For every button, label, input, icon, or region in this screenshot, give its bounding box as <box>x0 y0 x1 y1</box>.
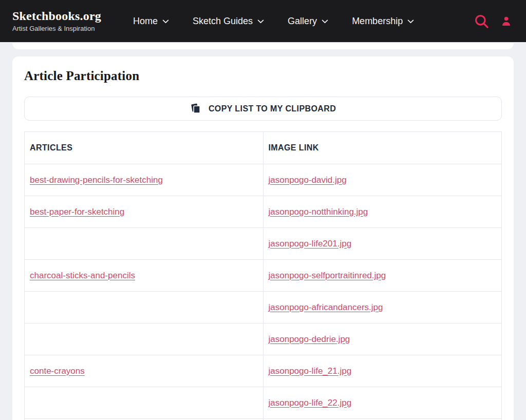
table-cell-article <box>25 228 264 260</box>
nav-item-gallery[interactable]: Gallery <box>288 16 328 27</box>
copy-list-button-label: COPY LIST TO MY CLIPBOARD <box>209 104 336 113</box>
table-header-row: ARTICLES IMAGE LINK <box>25 132 502 164</box>
article-participation-card: Article Participation COPY LIST TO MY CL… <box>12 56 514 420</box>
article-image-table: ARTICLES IMAGE LINK best-drawing-pencils… <box>24 131 502 420</box>
table-cell-article: charcoal-sticks-and-pencils <box>25 260 264 292</box>
nav-item-label: Membership <box>352 16 403 27</box>
image-link[interactable]: jasonpogo-life201.jpg <box>269 239 352 249</box>
chevron-down-icon <box>322 18 328 24</box>
table-row: jasonpogo-dedrie.jpg <box>25 323 502 355</box>
image-link[interactable]: jasonpogo-africandancers.jpg <box>269 302 383 312</box>
table-cell-article: best-drawing-pencils-for-sketching <box>25 164 264 196</box>
image-link[interactable]: jasonpogo-notthinking.jpg <box>269 207 368 217</box>
article-link[interactable]: charcoal-sticks-and-pencils <box>30 271 135 280</box>
table-cell-image: jasonpogo-selfportraitinred.jpg <box>263 260 502 292</box>
table-cell-image: jasonpogo-david.jpg <box>263 164 502 196</box>
table-cell-article <box>25 323 264 355</box>
nav-item-label: Gallery <box>288 16 317 27</box>
site-header: Sketchbooks.org Artist Galleries & Inspi… <box>0 0 526 42</box>
article-link[interactable]: best-drawing-pencils-for-sketching <box>30 175 163 185</box>
copy-icon <box>190 103 202 114</box>
table-cell-image: jasonpogo-life_21.jpg <box>263 355 502 387</box>
user-icon[interactable] <box>500 15 513 28</box>
main-nav: HomeSketch GuidesGalleryMembership <box>133 16 414 27</box>
table-row: jasonpogo-africandancers.jpg <box>25 292 502 323</box>
table-cell-article <box>25 387 264 419</box>
image-link[interactable]: jasonpogo-dedrie.jpg <box>269 334 350 344</box>
copy-list-button[interactable]: COPY LIST TO MY CLIPBOARD <box>24 97 502 121</box>
table-row: best-paper-for-sketchingjasonpogo-notthi… <box>25 196 502 228</box>
table-row: charcoal-sticks-and-pencilsjasonpogo-sel… <box>25 260 502 292</box>
site-tagline: Artist Galleries & Inspiration <box>12 25 101 33</box>
table-cell-image: jasonpogo-notthinking.jpg <box>263 196 502 228</box>
image-link[interactable]: jasonpogo-life_22.jpg <box>269 398 352 408</box>
header-actions <box>474 13 513 29</box>
table-cell-image: jasonpogo-dedrie.jpg <box>263 323 502 355</box>
table-cell-article <box>25 292 264 323</box>
column-header-image-link: IMAGE LINK <box>263 132 502 164</box>
image-link[interactable]: jasonpogo-david.jpg <box>269 175 347 185</box>
image-link[interactable]: jasonpogo-life_21.jpg <box>269 366 352 376</box>
nav-item-label: Home <box>133 16 158 27</box>
search-icon[interactable] <box>474 13 490 29</box>
nav-item-home[interactable]: Home <box>133 16 169 27</box>
table-row: best-drawing-pencils-for-sketchingjasonp… <box>25 164 502 196</box>
nav-item-label: Sketch Guides <box>193 16 253 27</box>
article-link[interactable]: best-paper-for-sketching <box>30 207 124 217</box>
column-header-articles: ARTICLES <box>25 132 264 164</box>
chevron-down-icon <box>257 18 264 24</box>
table-row: conte-crayonsjasonpogo-life_21.jpg <box>25 355 502 387</box>
nav-item-membership[interactable]: Membership <box>352 16 414 27</box>
table-cell-image: jasonpogo-africandancers.jpg <box>263 292 502 323</box>
nav-item-sketch-guides[interactable]: Sketch Guides <box>193 16 264 27</box>
site-logo[interactable]: Sketchbooks.org Artist Galleries & Inspi… <box>12 9 101 33</box>
table-cell-image: jasonpogo-life_22.jpg <box>263 387 502 419</box>
table-cell-article: conte-crayons <box>25 355 264 387</box>
article-link[interactable]: conte-crayons <box>30 366 85 376</box>
table-row: jasonpogo-life_22.jpg <box>25 387 502 419</box>
table-row: jasonpogo-life201.jpg <box>25 228 502 260</box>
chevron-down-icon <box>162 18 169 24</box>
table-cell-image: jasonpogo-life201.jpg <box>263 228 502 260</box>
page-title: Article Participation <box>24 69 502 83</box>
chevron-down-icon <box>407 18 414 24</box>
table-cell-article: best-paper-for-sketching <box>25 196 264 228</box>
site-title: Sketchbooks.org <box>12 9 101 24</box>
image-link[interactable]: jasonpogo-selfportraitinred.jpg <box>269 271 386 280</box>
previous-card-fragment <box>12 43 514 49</box>
